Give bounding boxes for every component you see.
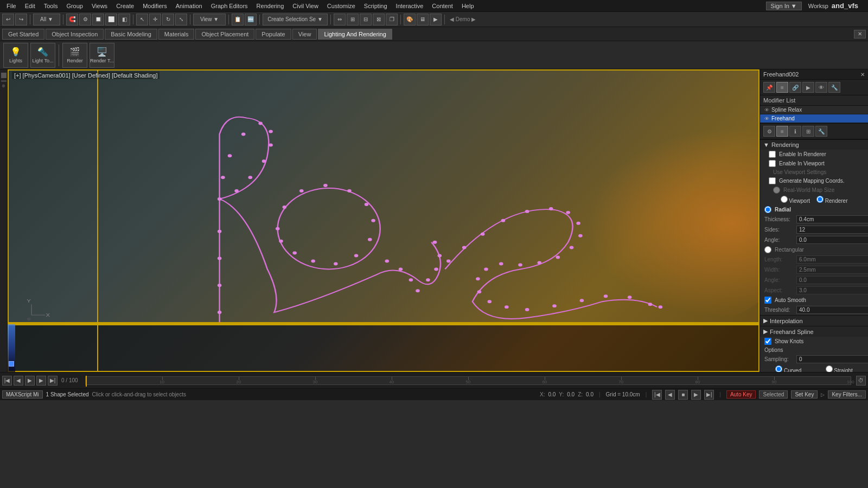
tool-lights[interactable]: 💡 Lights [3, 43, 28, 68]
spacing-btn[interactable]: ⊠ [373, 14, 385, 25]
renderer-radio[interactable] [816, 196, 824, 203]
array-btn[interactable]: ⊟ [360, 14, 372, 25]
menu-rendering[interactable]: Rendering [252, 3, 289, 9]
renderer-option[interactable]: Renderer [816, 196, 847, 204]
material-editor[interactable]: 🎨 [404, 14, 416, 25]
enable-renderer-checkbox[interactable] [769, 151, 776, 158]
rp-display-icon[interactable]: 👁 [815, 82, 827, 93]
enable-viewport-checkbox[interactable] [769, 160, 776, 167]
snap-settings[interactable]: ⚙ [79, 14, 91, 25]
signin-button[interactable]: Sign In ▼ [766, 2, 802, 10]
rect-angle-input[interactable] [796, 276, 868, 284]
mirror-btn[interactable]: ⇔ [334, 14, 346, 25]
align-btn[interactable]: ⊞ [347, 14, 359, 25]
menu-tools[interactable]: Tools [40, 3, 62, 9]
status-next-btn[interactable]: ▶ [691, 390, 701, 400]
rp-hierarchy-icon[interactable]: 🔗 [789, 82, 801, 93]
rotate-btn[interactable]: ↻ [162, 14, 174, 25]
menu-edit[interactable]: Edit [21, 3, 40, 9]
scale-btn[interactable]: ⤡ [175, 14, 187, 25]
ref-coord-btn[interactable]: View ▼ [193, 14, 226, 25]
maxscript-mini-button[interactable]: MAXScript Mi [2, 390, 43, 399]
thickness-input[interactable] [796, 215, 868, 223]
tool-render-t[interactable]: 🖥️ Render T... [90, 43, 114, 68]
menu-graph-editors[interactable]: Graph Editors [207, 3, 252, 9]
modifier-info-icon[interactable]: ℹ [789, 126, 801, 137]
curved-option[interactable]: Curved [775, 365, 801, 372]
render-btn[interactable]: ▶ [430, 14, 442, 25]
tab-get-started[interactable]: Get Started [2, 29, 44, 40]
threshold-input[interactable] [796, 306, 868, 314]
select-filter[interactable]: 🔲 [92, 14, 104, 25]
modifier-settings-icon[interactable]: ⚙ [763, 126, 775, 137]
angle-input[interactable] [796, 236, 868, 244]
generate-mapping-checkbox[interactable] [769, 177, 776, 184]
tab-basic-modeling[interactable]: Basic Modeling [105, 29, 157, 40]
redo-button[interactable]: ↪ [15, 14, 27, 25]
modifier-spline-relax[interactable]: 👁 Spline Relax [760, 106, 868, 114]
status-end-btn[interactable]: ▶| [704, 390, 714, 400]
menu-interactive[interactable]: Interactive [392, 3, 428, 9]
move-btn[interactable]: ✛ [149, 14, 161, 25]
radial-radio[interactable] [764, 206, 771, 213]
tl-next-frame[interactable]: ▶ [36, 376, 46, 386]
tab-object-inspection[interactable]: Object Inspection [46, 29, 104, 40]
tab-lighting-rendering[interactable]: Lighting And Rendering [318, 29, 392, 40]
curved-radio[interactable] [775, 365, 782, 372]
menu-views[interactable]: Views [87, 3, 112, 9]
straight-radio[interactable] [826, 365, 833, 372]
clone-btn[interactable]: ❐ [386, 14, 398, 25]
sides-input[interactable] [796, 226, 868, 234]
sampling-input[interactable] [796, 355, 868, 363]
close-panel-btn[interactable]: ✕ [854, 30, 866, 38]
modifier-table-icon[interactable]: ⊞ [802, 126, 814, 137]
menu-file[interactable]: File [2, 3, 21, 9]
timeline-bar[interactable]: 10 20 30 40 50 60 70 80 90 100 [85, 376, 851, 385]
rect-length-input[interactable] [796, 255, 868, 264]
key-filters-btn[interactable]: Key Filters... [828, 390, 866, 399]
tl-time-mode[interactable]: ⏱ [856, 376, 866, 386]
rect-width-input[interactable] [796, 266, 868, 274]
select-region[interactable]: ⬜ [105, 14, 117, 25]
freehand-spline-header[interactable]: ▶ Freehand Spline [760, 326, 868, 337]
menu-content[interactable]: Content [427, 3, 457, 9]
auto-key-btn[interactable]: Auto Key [726, 390, 756, 399]
real-world-radio[interactable] [773, 187, 780, 194]
rp-motion-icon[interactable]: ▶ [802, 82, 814, 93]
tl-next-key[interactable]: ▶| [48, 376, 58, 386]
rp-close-btn[interactable]: ✕ [860, 72, 865, 78]
viewport-bottom[interactable] [8, 323, 760, 372]
rendering-section-header[interactable]: ▼ Rendering [760, 140, 868, 150]
window-crossing[interactable]: ◧ [118, 14, 130, 25]
left-strip-btn1[interactable] [1, 73, 7, 78]
auto-smooth-checkbox[interactable] [764, 297, 771, 304]
tab-object-placement[interactable]: Object Placement [195, 29, 254, 40]
menu-customize[interactable]: Customize [323, 3, 360, 9]
rp-utilities-icon[interactable]: 🔧 [828, 82, 840, 93]
menu-help[interactable]: Help [457, 3, 478, 9]
modifier-wrench-icon[interactable]: 🔧 [815, 126, 827, 137]
viewport-radio[interactable] [781, 196, 788, 203]
select-obj[interactable]: ↖ [136, 14, 148, 25]
rp-modify-icon[interactable]: ≡ [776, 82, 788, 93]
menu-animation[interactable]: Animation [171, 3, 207, 9]
menu-modifiers[interactable]: Modifiers [138, 3, 171, 9]
menu-group[interactable]: Group [62, 3, 87, 9]
undo-button[interactable]: ↩ [2, 14, 14, 25]
tab-materials[interactable]: Materials [158, 29, 195, 40]
viewport-option[interactable]: Viewport [781, 196, 810, 204]
status-play-btn[interactable]: |◀ [652, 390, 662, 400]
tool-light-to[interactable]: 🔦 Light To... [30, 43, 55, 68]
snap-toggle[interactable]: 🧲 [66, 14, 78, 25]
show-knots-checkbox[interactable] [764, 338, 771, 345]
layer-manager[interactable]: 📋 [232, 14, 244, 25]
select-mode-btn[interactable]: All ▼ [33, 14, 60, 25]
rect-aspect-input[interactable] [796, 286, 868, 294]
set-key-btn[interactable]: Set Key [791, 390, 818, 399]
viewport-top[interactable]: [+] [PhysCamera001] [User Defined] [Defa… [8, 69, 760, 323]
select-by-name[interactable]: 🔤 [245, 14, 257, 25]
tab-populate[interactable]: Populate [256, 29, 291, 40]
rp-pin-icon[interactable]: 📌 [763, 82, 775, 93]
create-sel-set[interactable]: Create Selection Se ▼ [263, 14, 328, 25]
status-stop-btn[interactable]: ■ [678, 390, 688, 400]
